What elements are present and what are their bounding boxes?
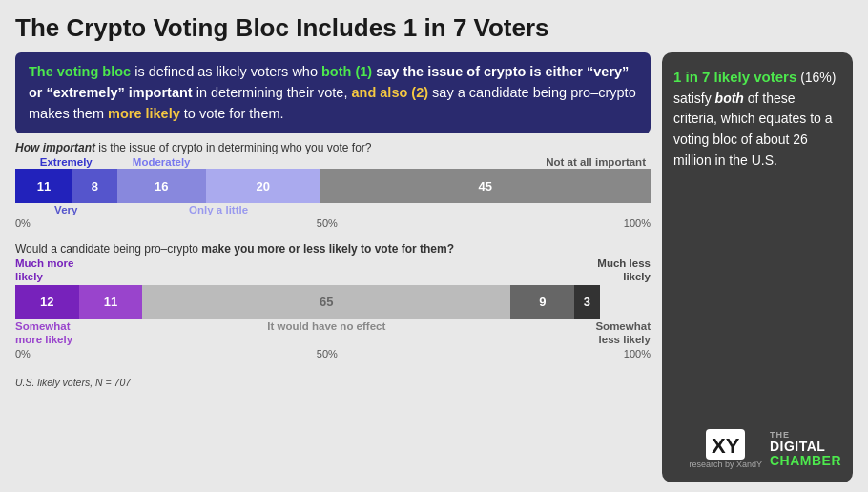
seg-very: 8 [72, 169, 117, 203]
desc-part2: is defined as likely voters who [131, 64, 321, 79]
chart2-bottom-labels: Somewhatmore likely It would have no eff… [15, 320, 651, 347]
seg-moderately: 16 [117, 169, 206, 203]
right-highlight: 1 in 7 likely voters [673, 69, 796, 85]
label-only-little: Only a little [117, 204, 320, 215]
chart1-bar: 11 8 16 20 45 [15, 169, 651, 203]
chart1-question: How important is the issue of crypto in … [15, 141, 651, 154]
label-no-effect-bottom: It would have no effect [142, 320, 510, 347]
desc-part9: to vote for them. [180, 106, 284, 121]
xy-sub: research by XandY [689, 460, 762, 469]
logo-row: XY research by XandY THE DIGITAL CHAMBER [673, 429, 841, 469]
left-panel: The voting bloc is defined as likely vot… [15, 52, 651, 482]
label-moderately: Moderately [117, 156, 206, 168]
xy-logo-block: XY research by XandY [689, 429, 762, 469]
axis2-start: 0% [15, 348, 31, 359]
seg2-much-more: 12 [15, 285, 79, 319]
label-not-at-all: Not at all important [206, 156, 651, 168]
axis1-end: 100% [624, 217, 651, 229]
chart2-wrapper: Would a candidate being pro–crypto make … [15, 242, 651, 359]
seg-little: 20 [206, 169, 320, 203]
right-both: both [715, 91, 744, 106]
main-container: The Crypto Voting Bloc Includes 1 in 7 V… [0, 0, 868, 492]
chart2-question: Would a candidate being pro–crypto make … [15, 242, 651, 256]
description-box: The voting bloc is defined as likely vot… [15, 52, 651, 133]
digital-label: DIGITAL [770, 440, 825, 454]
axis2-end: 100% [624, 348, 651, 359]
chart2-top-labels: Much morelikely Much lesslikely [15, 257, 651, 284]
label-no-effect-top [142, 257, 524, 284]
right-panel-text: 1 in 7 likely voters (16%) satisfy both … [673, 66, 841, 171]
xy-logo: XY [706, 429, 745, 460]
content-row: The voting bloc is defined as likely vot… [15, 52, 853, 482]
label-very: Very [15, 204, 117, 215]
seg2-somewhat-less: 9 [510, 285, 574, 319]
desc-voting-bloc: The voting bloc [29, 64, 131, 79]
label-extremely: Extremely [15, 156, 117, 168]
desc-part5: in determining their vote, [193, 85, 352, 100]
seg-not-all: 45 [320, 169, 651, 203]
chart2-bar: 12 11 65 9 3 [15, 285, 651, 319]
desc-both: both (1) [321, 64, 372, 79]
seg-extremely: 11 [15, 169, 72, 203]
chart1-wrapper: How important is the issue of crypto in … [15, 141, 651, 229]
seg2-somewhat-more: 11 [79, 285, 143, 319]
desc-more-likely: more likely [108, 106, 180, 121]
desc-and-also: and also (2) [351, 85, 428, 100]
footnote: U.S. likely voters, N = 707 [15, 377, 651, 388]
axis1-mid: 50% [317, 217, 338, 229]
axis2-mid: 50% [317, 348, 338, 359]
seg2-no-effect: 65 [142, 285, 510, 319]
chamber-label: CHAMBER [770, 454, 841, 468]
xy-text: XY [712, 434, 739, 458]
label-somewhat-less: Somewhatless likely [510, 320, 651, 347]
chart1-axis: 0% 50% 100% [15, 217, 651, 229]
axis1-start: 0% [15, 217, 31, 229]
chart2-axis: 0% 50% 100% [15, 348, 651, 359]
chart1-bottom-labels: Very Only a little [15, 204, 651, 215]
label-much-less: Much lesslikely [524, 257, 651, 284]
right-panel: 1 in 7 likely voters (16%) satisfy both … [662, 52, 853, 482]
seg2-much-less: 3 [574, 285, 600, 319]
page-title: The Crypto Voting Bloc Includes 1 in 7 V… [15, 13, 853, 43]
chart1-top-labels: Extremely Moderately Not at all importan… [15, 156, 651, 168]
digital-chamber-block: THE DIGITAL CHAMBER [770, 430, 841, 469]
label-somewhat-more: Somewhatmore likely [15, 320, 142, 347]
label-much-more: Much morelikely [15, 257, 142, 284]
